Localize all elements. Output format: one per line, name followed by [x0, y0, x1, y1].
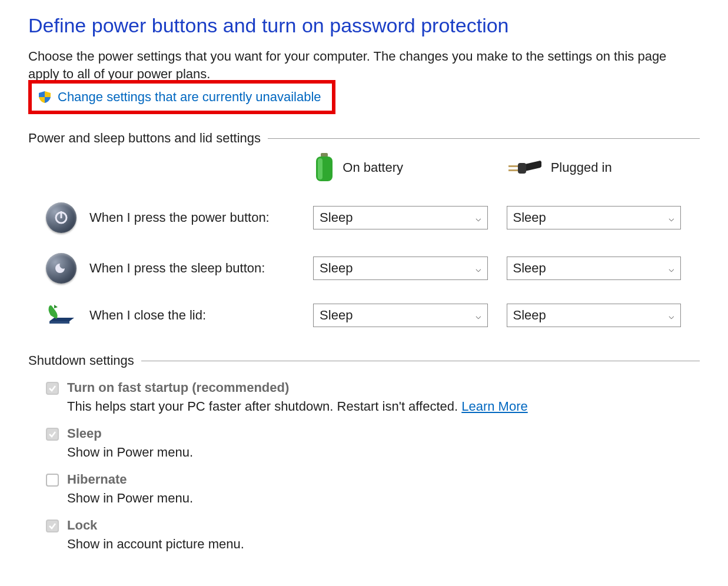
chevron-down-icon: ⌵ [476, 310, 481, 321]
sleep-battery-select[interactable]: Sleep ⌵ [313, 257, 487, 280]
power-plugged-select[interactable]: Sleep ⌵ [507, 206, 681, 229]
change-settings-link[interactable]: Change settings that are currently unava… [58, 89, 321, 105]
hibernate-checkbox[interactable] [46, 474, 59, 487]
section-power-buttons-label: Power and sleep buttons and lid settings [28, 131, 261, 146]
power-button-icon [46, 202, 77, 233]
column-plugged-label: Plugged in [551, 160, 612, 175]
hibernate-title: Hibernate [67, 472, 193, 487]
column-battery-label: On battery [343, 160, 403, 175]
svg-rect-3 [508, 165, 519, 167]
row-lid-label: When I close the lid: [89, 308, 206, 323]
sleep-sub: Show in Power menu. [67, 445, 193, 460]
svg-rect-4 [508, 169, 519, 171]
fast-startup-sub: This helps start your PC faster after sh… [67, 399, 528, 414]
lock-title: Lock [67, 518, 244, 533]
row-power-label: When I press the power button: [89, 210, 270, 225]
chevron-down-icon: ⌵ [476, 212, 481, 224]
page-description: Choose the power settings that you want … [28, 48, 700, 82]
row-sleep-label: When I press the sleep button: [89, 261, 265, 276]
page-title: Define power buttons and turn on passwor… [28, 14, 700, 37]
learn-more-link[interactable]: Learn More [461, 399, 528, 414]
lid-icon [46, 304, 77, 327]
sleep-plugged-value: Sleep [513, 261, 546, 276]
sleep-plugged-select[interactable]: Sleep ⌵ [507, 257, 681, 280]
divider [141, 361, 700, 361]
lock-checkbox[interactable] [46, 520, 59, 532]
change-settings-highlight: Change settings that are currently unava… [28, 80, 335, 114]
chevron-down-icon: ⌵ [476, 263, 481, 274]
divider [268, 138, 700, 139]
sleep-battery-value: Sleep [320, 261, 353, 276]
uac-shield-icon [38, 90, 52, 104]
lid-battery-value: Sleep [320, 308, 353, 323]
lid-plugged-value: Sleep [513, 308, 546, 323]
section-shutdown-label: Shutdown settings [28, 353, 134, 368]
svg-rect-0 [321, 153, 328, 157]
svg-rect-5 [518, 163, 526, 174]
svg-rect-7 [61, 211, 62, 218]
hibernate-sub: Show in Power menu. [67, 491, 193, 506]
svg-rect-2 [318, 158, 323, 179]
lid-plugged-select[interactable]: Sleep ⌵ [507, 304, 681, 327]
plug-icon [507, 157, 543, 178]
battery-icon [314, 153, 334, 182]
lock-sub: Show in account picture menu. [67, 537, 244, 552]
fast-startup-title: Turn on fast startup (recommended) [67, 380, 528, 395]
power-battery-select[interactable]: Sleep ⌵ [313, 206, 487, 229]
lid-battery-select[interactable]: Sleep ⌵ [313, 304, 487, 327]
power-battery-value: Sleep [320, 210, 353, 225]
fast-startup-checkbox[interactable] [46, 382, 59, 395]
sleep-checkbox[interactable] [46, 428, 59, 441]
chevron-down-icon: ⌵ [669, 212, 674, 224]
sleep-title: Sleep [67, 426, 193, 441]
chevron-down-icon: ⌵ [669, 263, 674, 274]
chevron-down-icon: ⌵ [669, 310, 674, 321]
power-plugged-value: Sleep [513, 210, 546, 225]
sleep-button-icon [46, 253, 77, 284]
